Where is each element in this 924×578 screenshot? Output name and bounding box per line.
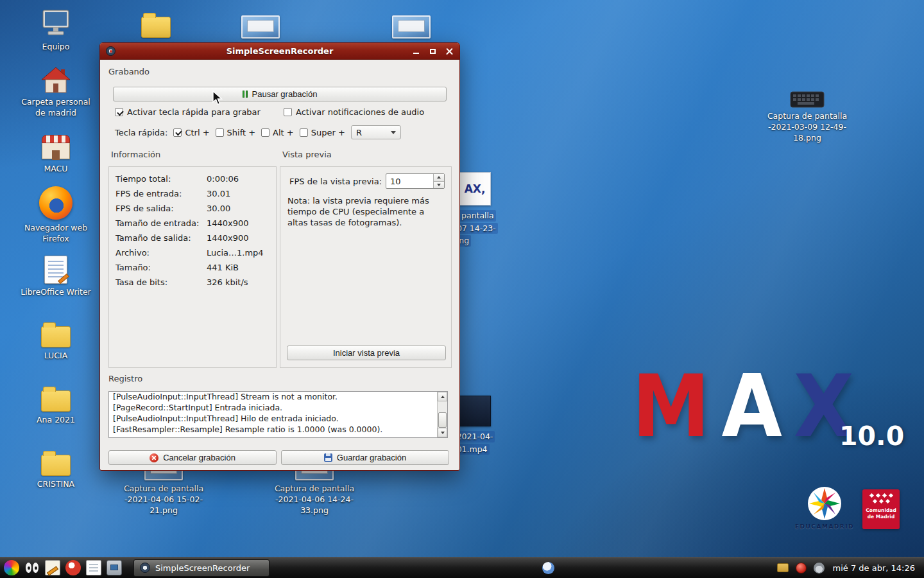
tray-app-icon[interactable] (814, 563, 825, 574)
desktop-icon-ana-2021[interactable]: Ana 2021 (17, 385, 94, 426)
preview-note: Nota: la vista previa requiere más tiemp… (287, 195, 439, 228)
menu-icon[interactable] (4, 560, 19, 575)
taskbar-window-button[interactable]: SimpleScreenRecorder (133, 559, 270, 577)
desktop-icon-label: Carpeta personal de madrid (17, 97, 94, 119)
info-value: 326 kbit/s (207, 277, 248, 292)
eyes-icon[interactable] (24, 560, 40, 575)
desktop-icon-folder-top[interactable] (127, 12, 185, 38)
info-label: Archivo: (116, 248, 207, 263)
desktop-icon-label: CRISTINA (37, 479, 74, 490)
audio-notifications-group: Activar notificaciones de audio (284, 107, 424, 117)
log-line: [PageRecord::StartInput] Entrada iniciad… (113, 402, 433, 413)
minimize-button[interactable] (411, 47, 420, 56)
desktop-icon-label: Ana 2021 (37, 415, 75, 426)
folder-icon (41, 326, 71, 347)
taskbar-clock[interactable]: mié 7 de abr, 14:26 (832, 563, 920, 573)
log-scrollbar[interactable] (437, 392, 447, 437)
recording-group-title: Grabando (108, 67, 150, 76)
tray-folder-icon[interactable] (777, 563, 789, 572)
scroll-down-icon[interactable] (438, 428, 447, 437)
video-thumbnail (459, 396, 491, 426)
cancel-button-label: Cancelar grabación (163, 453, 235, 462)
document-icon (44, 256, 67, 284)
save-recording-button[interactable]: Guardar grabación (281, 450, 449, 465)
desktop-icon-carpeta-personal[interactable]: Carpeta personal de madrid (17, 67, 94, 119)
audio-notifications-checkbox[interactable] (284, 108, 292, 116)
info-value: 30.01 (207, 189, 230, 204)
files-icon[interactable] (86, 560, 101, 575)
scrollbar-thumb[interactable] (438, 412, 447, 428)
log-line: [FastResampler::Resample] Resample ratio… (113, 424, 433, 435)
desktop-icon-label: Captura de pantalla -2021-03-09 12-49-18… (762, 111, 852, 144)
information-box: Tiempo total:0:00:06 FPS de entrada:30.0… (108, 166, 277, 368)
desktop-icon-label: Captura de pantalla -2021-04-06 15-02-21… (123, 484, 205, 516)
paint-icon[interactable] (65, 560, 81, 575)
desktop-icon-macu[interactable]: MACU (17, 132, 94, 175)
ctrl-checkbox[interactable] (173, 128, 182, 137)
max-wallpaper-logo: M A X (632, 363, 855, 450)
hotkey-key-value: R (356, 128, 362, 137)
chevron-down-icon (391, 131, 396, 134)
info-label: Tamaño de salida: (116, 233, 207, 248)
taskbar: SimpleScreenRecorder mié 7 de abr, 14:26 (0, 557, 924, 578)
desktop-icon-label: 2021-04- (455, 431, 495, 442)
close-button[interactable] (445, 47, 454, 56)
educamadrid-label: EDUCAMADRID (795, 523, 854, 530)
spin-up-icon[interactable] (434, 174, 444, 182)
shift-checkbox[interactable] (216, 128, 224, 137)
desktop-icon-lucia[interactable]: LUCIA (17, 321, 94, 362)
log-line: [PulseAudioInput::InputThread] Hilo de e… (113, 413, 433, 424)
desktop-icon-screenshot-top-1[interactable] (225, 15, 296, 39)
maximize-button[interactable] (428, 47, 437, 56)
desktop-icon-equipo[interactable]: Equipo (17, 9, 94, 53)
shop-icon (42, 135, 70, 161)
desktop-icon-firefox[interactable]: Navegador web Firefox (17, 186, 94, 245)
scroll-up-icon[interactable] (438, 392, 447, 401)
screenshot-thumbnail: AX, (459, 172, 491, 206)
info-label: Tiempo total: (116, 174, 207, 189)
information-group-title: Información (111, 150, 160, 159)
pause-icon (243, 91, 248, 98)
hotkey-key-select[interactable]: R (351, 125, 401, 139)
home-icon (41, 67, 71, 94)
cancel-recording-button[interactable]: Cancelar grabación (108, 450, 277, 465)
screenshot-thumbnail (392, 15, 431, 39)
window-title: SimpleScreenRecorder (100, 46, 459, 56)
pause-recording-button[interactable]: Pausar grabación (113, 87, 447, 101)
desktop-icon-cristina[interactable]: CRISTINA (17, 450, 94, 490)
alt-checkbox[interactable] (261, 128, 270, 137)
hotkey-row: Tecla rápida: Ctrl + Shift + Alt + Super… (115, 125, 401, 139)
hotkey-enable-checkbox[interactable] (115, 108, 123, 116)
app-icon (140, 563, 150, 573)
log-lines: [PulseAudioInput::InputThread] Stream is… (109, 391, 437, 437)
info-label: Tasa de bits: (116, 277, 207, 292)
system-tray: mié 7 de abr, 14:26 (777, 563, 920, 574)
preview-fps-spinbox[interactable]: 10 (386, 173, 445, 189)
tray-middle-icon[interactable] (542, 562, 554, 574)
super-checkbox[interactable] (300, 128, 308, 137)
screenshot-tool-icon[interactable] (107, 560, 122, 575)
info-value: 0:00:06 (207, 174, 239, 189)
log-group-title: Registro (108, 374, 142, 383)
desktop-icon-libreoffice-writer[interactable]: LibreOffice Writer (17, 256, 94, 298)
spin-down-icon[interactable] (434, 182, 444, 189)
audio-notifications-label: Activar notificaciones de audio (296, 107, 424, 117)
preview-fps-label: FPS de la vista previa: (289, 177, 386, 186)
window-titlebar[interactable]: SimpleScreenRecorder (100, 43, 459, 60)
desktop-icon-screenshot-top-2[interactable] (375, 15, 447, 39)
tray-record-icon[interactable] (796, 563, 807, 574)
log-line: [PulseAudioInput::InputThread] Stream is… (113, 391, 433, 402)
max-letter-m: M (632, 363, 711, 450)
desktop-icon-screenshot-keyboard[interactable]: Captura de pantalla -2021-03-09 12-49-18… (762, 91, 852, 144)
app-icon (106, 46, 116, 56)
notes-icon[interactable] (45, 560, 60, 575)
folder-icon (141, 17, 171, 38)
save-button-label: Guardar grabación (337, 453, 406, 462)
log-box[interactable]: [PulseAudioInput::InputThread] Stream is… (108, 391, 448, 438)
keyboard-icon (790, 91, 825, 108)
max-letter-a: A (721, 363, 783, 450)
screenshot-thumbnail (241, 15, 280, 39)
start-preview-button[interactable]: Iniciar vista previa (287, 346, 446, 360)
super-label: Super + (311, 128, 345, 137)
info-label: FPS de entrada: (116, 189, 207, 204)
